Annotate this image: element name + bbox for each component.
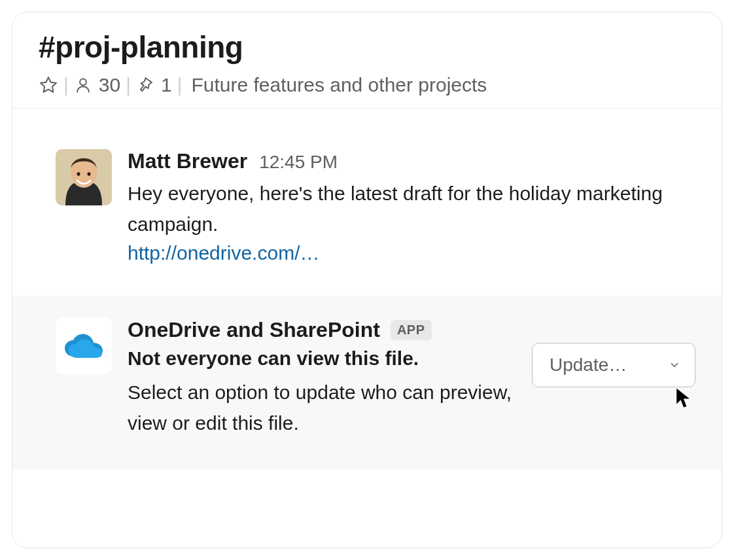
cursor-icon: [673, 386, 697, 410]
channel-card: #proj-planning | 30 |: [12, 12, 722, 548]
member-count[interactable]: 30: [74, 74, 120, 96]
app-attachment: OneDrive and SharePoint APP Not everyone…: [12, 296, 722, 470]
attachment-body: OneDrive and SharePoint APP Not everyone…: [128, 318, 695, 438]
update-select[interactable]: Update…: [532, 343, 695, 387]
star-button[interactable]: [39, 75, 58, 95]
chevron-down-icon: [669, 359, 680, 371]
onedrive-icon: [63, 332, 105, 360]
channel-topic[interactable]: Future features and other projects: [191, 74, 487, 96]
app-icon: [56, 318, 112, 374]
message-timestamp[interactable]: 12:45 PM: [259, 152, 338, 173]
attachment-header: OneDrive and SharePoint APP: [128, 318, 695, 342]
message-text: Hey everyone, here's the latest draft fo…: [128, 179, 695, 239]
avatar[interactable]: [56, 149, 112, 205]
channel-name[interactable]: #proj-planning: [39, 29, 695, 65]
pin-count[interactable]: 1: [136, 74, 172, 96]
divider: |: [126, 75, 131, 95]
attachment-description: Select an option to update who can previ…: [128, 377, 533, 438]
app-badge: APP: [391, 320, 432, 340]
update-select-label: Update…: [550, 355, 627, 376]
person-icon: [74, 76, 92, 94]
svg-point-3: [77, 172, 80, 176]
svg-point-4: [88, 172, 91, 176]
message-body: Matt Brewer 12:45 PM Hey everyone, here'…: [128, 149, 695, 264]
message-link[interactable]: http://onedrive.com/…: [128, 242, 319, 264]
message-header: Matt Brewer 12:45 PM: [128, 149, 695, 173]
message-row: Matt Brewer 12:45 PM Hey everyone, here'…: [12, 109, 722, 296]
message-author[interactable]: Matt Brewer: [128, 149, 247, 173]
channel-header: #proj-planning | 30 |: [12, 12, 722, 109]
pin-count-value: 1: [161, 74, 172, 96]
pin-icon: [136, 76, 154, 94]
app-name[interactable]: OneDrive and SharePoint: [128, 318, 380, 342]
channel-meta-row: | 30 | 1 | Future f: [39, 74, 695, 96]
star-icon: [39, 75, 58, 95]
divider: |: [177, 75, 183, 95]
member-count-value: 30: [99, 74, 120, 96]
svg-point-0: [80, 79, 86, 85]
divider: |: [63, 75, 69, 95]
